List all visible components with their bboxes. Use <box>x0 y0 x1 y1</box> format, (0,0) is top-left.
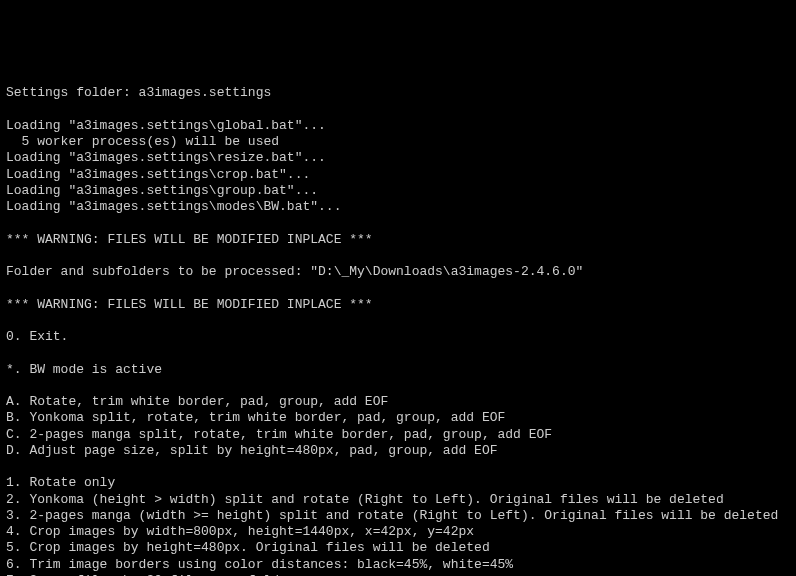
menu-option-b: B. Yonkoma split, rotate, trim white bor… <box>6 410 505 425</box>
warning-inplace-line: *** WARNING: FILES WILL BE MODIFIED INPL… <box>6 297 373 312</box>
menu-option-6: 6. Trim image borders using color distan… <box>6 557 513 572</box>
menu-option-a: A. Rotate, trim white border, pad, group… <box>6 394 388 409</box>
warning-inplace-line: *** WARNING: FILES WILL BE MODIFIED INPL… <box>6 232 373 247</box>
settings-folder-line: Settings folder: a3images.settings <box>6 85 271 100</box>
menu-option-5: 5. Crop images by height=480px. Original… <box>6 540 490 555</box>
terminal-output: Settings folder: a3images.settings Loadi… <box>6 69 790 576</box>
menu-option-star: *. BW mode is active <box>6 362 162 377</box>
loading-crop-line: Loading "a3images.settings\crop.bat"... <box>6 167 310 182</box>
menu-option-3: 3. 2-pages manga (width >= height) split… <box>6 508 778 523</box>
menu-option-1: 1. Rotate only <box>6 475 115 490</box>
loading-resize-line: Loading "a3images.settings\resize.bat"..… <box>6 150 326 165</box>
menu-option-d: D. Adjust page size, split by height=480… <box>6 443 497 458</box>
loading-bw-line: Loading "a3images.settings\modes\BW.bat"… <box>6 199 341 214</box>
worker-count-line: 5 worker process(es) will be used <box>6 134 279 149</box>
menu-option-2: 2. Yonkoma (height > width) split and ro… <box>6 492 724 507</box>
menu-option-0: 0. Exit. <box>6 329 68 344</box>
loading-global-line: Loading "a3images.settings\global.bat"..… <box>6 118 326 133</box>
folder-path-line: Folder and subfolders to be processed: "… <box>6 264 583 279</box>
loading-group-line: Loading "a3images.settings\group.bat"... <box>6 183 318 198</box>
menu-option-4: 4. Crop images by width=800px, height=14… <box>6 524 474 539</box>
menu-option-c: C. 2-pages manga split, rotate, trim whi… <box>6 427 552 442</box>
